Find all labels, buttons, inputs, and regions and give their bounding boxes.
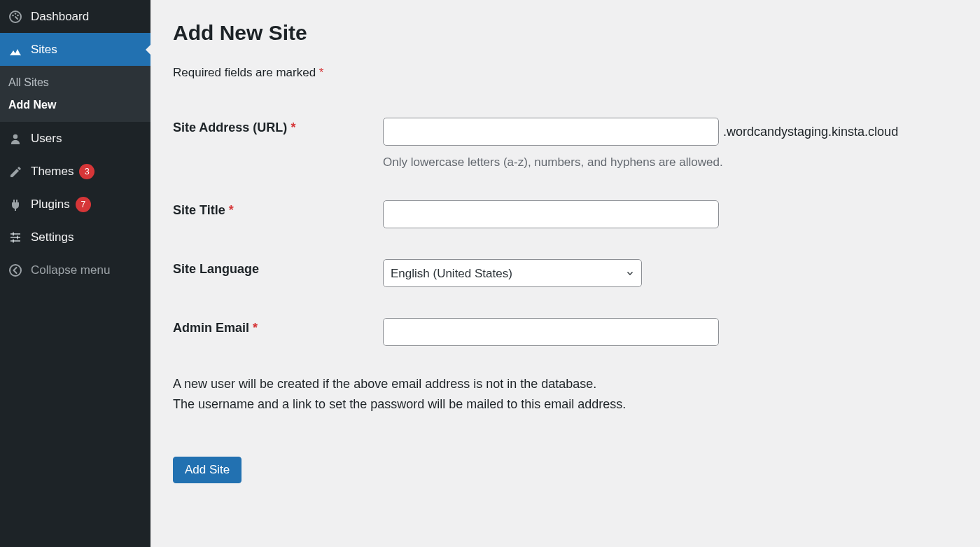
sidebar-label-sites: Sites	[31, 43, 57, 57]
users-icon	[7, 132, 24, 146]
submenu-label-add-new: Add New	[8, 99, 56, 111]
svg-rect-7	[10, 233, 20, 235]
label-site-address: Site Address (URL) *	[173, 108, 383, 191]
sidebar-item-collapse[interactable]: Collapse menu	[0, 254, 150, 286]
label-site-title: Site Title *	[173, 191, 383, 249]
sidebar-label-plugins: Plugins	[31, 198, 70, 212]
sidebar-item-themes[interactable]: Themes 3	[0, 155, 150, 188]
svg-point-1	[12, 14, 14, 16]
svg-rect-5	[10, 55, 21, 55]
svg-rect-12	[13, 239, 14, 242]
sidebar-label-settings: Settings	[31, 230, 74, 244]
sidebar-item-dashboard[interactable]: Dashboard	[0, 0, 150, 33]
required-asterisk-icon: *	[319, 66, 324, 79]
required-note-text: Required fields are marked	[173, 66, 316, 79]
settings-icon	[7, 230, 24, 244]
sidebar-item-users[interactable]: Users	[0, 122, 150, 155]
submenu-label-all-sites: All Sites	[8, 76, 49, 88]
sidebar-label-themes: Themes	[31, 165, 74, 179]
label-site-language: Site Language	[173, 249, 383, 308]
svg-point-3	[17, 14, 19, 16]
sidebar-subitem-all-sites[interactable]: All Sites	[0, 71, 150, 94]
svg-rect-11	[17, 235, 18, 239]
label-site-language-text: Site Language	[173, 262, 259, 276]
svg-rect-10	[13, 232, 14, 235]
label-site-address-text: Site Address (URL)	[173, 120, 287, 134]
svg-point-6	[13, 134, 18, 138]
required-asterisk-icon: *	[253, 321, 258, 335]
svg-rect-8	[10, 237, 20, 238]
site-address-suffix: .wordcandystaging.kinsta.cloud	[723, 125, 898, 139]
info-line-2: The username and a link to set the passw…	[173, 394, 958, 415]
collapse-icon	[7, 263, 24, 277]
label-admin-email-text: Admin Email	[173, 321, 249, 335]
site-title-input[interactable]	[383, 200, 719, 228]
add-site-form: Site Address (URL) * .wordcandystaging.k…	[173, 108, 958, 367]
admin-sidebar: Dashboard Sites All Sites Add New Users	[0, 0, 150, 547]
sidebar-label-dashboard: Dashboard	[31, 10, 89, 24]
sidebar-submenu-sites: All Sites Add New	[0, 66, 150, 122]
page-title: Add New Site	[173, 21, 958, 45]
add-site-button[interactable]: Add Site	[173, 457, 241, 483]
svg-point-13	[10, 265, 21, 276]
site-language-select[interactable]: English (United States)	[383, 259, 642, 287]
themes-badge: 3	[79, 164, 94, 179]
label-site-title-text: Site Title	[173, 203, 225, 217]
required-asterisk-icon: *	[229, 203, 234, 217]
sites-icon	[7, 43, 24, 57]
sidebar-label-users: Users	[31, 132, 62, 146]
svg-line-4	[15, 17, 18, 19]
plugins-icon	[7, 198, 24, 212]
sidebar-item-sites[interactable]: Sites	[0, 33, 150, 66]
main-content: Add New Site Required fields are marked …	[150, 0, 980, 547]
required-fields-note: Required fields are marked *	[173, 66, 958, 80]
admin-email-input[interactable]	[383, 318, 719, 346]
themes-icon	[7, 165, 24, 179]
site-address-input[interactable]	[383, 118, 719, 146]
sidebar-label-collapse: Collapse menu	[31, 263, 110, 277]
plugins-badge: 7	[76, 197, 91, 212]
sidebar-subitem-add-new[interactable]: Add New	[0, 94, 150, 116]
sidebar-item-settings[interactable]: Settings	[0, 221, 150, 254]
site-address-help: Only lowercase letters (a-z), numbers, a…	[383, 155, 951, 169]
required-asterisk-icon: *	[290, 120, 295, 134]
sidebar-item-plugins[interactable]: Plugins 7	[0, 188, 150, 221]
info-line-1: A new user will be created if the above …	[173, 374, 958, 394]
svg-point-2	[15, 13, 17, 15]
svg-rect-9	[10, 240, 20, 242]
dashboard-icon	[7, 10, 24, 24]
label-admin-email: Admin Email *	[173, 308, 383, 367]
